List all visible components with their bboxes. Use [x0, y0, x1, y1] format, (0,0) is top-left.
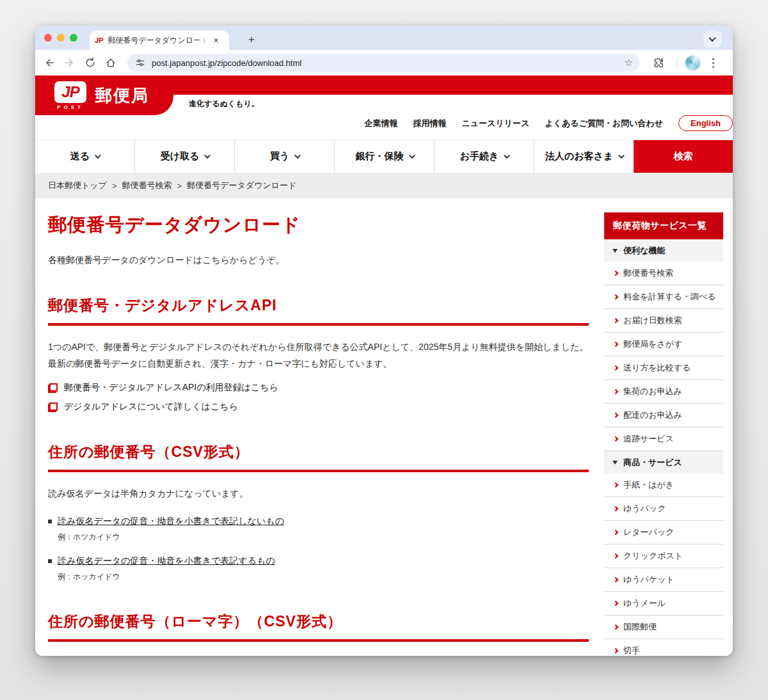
sidebar-item-letter-pack[interactable]: レターパック [604, 521, 723, 545]
sidebar-item-delivery-request[interactable]: 配達のお申込み [604, 404, 723, 427]
jp-logo-letters: JP [61, 83, 79, 101]
jp-favicon-icon: JP [95, 36, 103, 44]
chevron-right-icon [613, 413, 618, 418]
sidebar-item-calculate-fees[interactable]: 料金を計算する・調べる [604, 285, 723, 309]
sidebar-item-yu-mail[interactable]: ゆうメール [604, 592, 723, 616]
address-bar[interactable]: post.japanpost.jp/zipcode/download.html … [127, 54, 639, 72]
new-tab-button[interactable]: + [243, 31, 260, 48]
chevron-down-icon [504, 152, 510, 159]
breadcrumb-home[interactable]: 日本郵便トップ [48, 180, 107, 191]
sidebar-item-yu-packet[interactable]: ゆうパケット [604, 568, 723, 592]
nav-item-receive[interactable]: 受け取る [134, 140, 234, 173]
intro-text: 各種郵便番号データのダウンロードはこちらからどうぞ。 [48, 255, 589, 266]
brand-tagline: 進化するぬくもり。 [189, 99, 259, 109]
jp-logo-tile: JP [54, 81, 86, 103]
back-button[interactable] [39, 52, 60, 73]
sidebar-item-compare-shipping[interactable]: 送り方を比較する [604, 356, 723, 380]
nav-item-procedures[interactable]: お手続き [434, 140, 534, 173]
chevron-right-icon [613, 601, 618, 606]
close-window-button[interactable] [44, 34, 52, 42]
sidebar-section-useful-functions[interactable]: 便利な機能 [604, 239, 723, 262]
sidebar-item-letters-postcards[interactable]: 手紙・はがき [604, 473, 723, 497]
nav-item-buy[interactable]: 買う [234, 140, 334, 173]
sidebar-item-tracking-service[interactable]: 追跡サービス [604, 427, 723, 451]
api-registration-link[interactable]: 郵便番号・デジタルアドレスAPIの利用登録はこちら [48, 382, 589, 394]
toolbar-divider [676, 58, 677, 68]
browser-toolbar: post.japanpost.jp/zipcode/download.html … [35, 50, 733, 76]
bullet-square-icon [48, 520, 52, 523]
minimize-window-button[interactable] [57, 34, 65, 42]
nav-item-send[interactable]: 送る [35, 140, 134, 173]
japan-post-logo[interactable]: JP POST 郵便局 [35, 76, 173, 115]
csv-no-small-kana-link[interactable]: 読み仮名データの促音・拗音を小書きで表記しないもの [58, 516, 284, 527]
digital-address-info-link[interactable]: デジタルアドレスについて詳しくはこちら [48, 401, 589, 413]
main-navigation: 送る 受け取る 買う 銀行・保険 お手続き 法人のお客さま 検索 [35, 139, 733, 173]
reload-button[interactable] [80, 52, 100, 73]
list-item: 読み仮名データの促音・拗音を小書きで表記しないもの 例：ホツカイドウ [48, 516, 589, 543]
breadcrumb: 日本郵便トップ > 郵便番号検索 > 郵便番号データダウンロード [35, 173, 733, 198]
chevron-right-icon [613, 294, 618, 299]
breadcrumb-zipcode-search[interactable]: 郵便番号検索 [122, 180, 172, 191]
bookmark-star-icon[interactable]: ☆ [625, 57, 633, 68]
sidebar-item-stamps[interactable]: 切手 [604, 639, 723, 656]
sidebar-section-products-services[interactable]: 商品・サービス [604, 451, 723, 473]
sidebar-item-yu-pack[interactable]: ゆうパック [604, 497, 723, 521]
example-text: 例：ホッカイドウ [58, 571, 589, 582]
section-zipcode-roman-csv: 住所の郵便番号（ローマ字）（CSV形式） 読み仮名データはローマ字になっています… [48, 612, 589, 656]
chevron-down-icon [95, 152, 101, 159]
external-link-icon [48, 383, 58, 393]
sidebar-item-click-post[interactable]: クリックポスト [604, 545, 723, 568]
profile-avatar[interactable] [685, 55, 701, 71]
triangle-down-icon [612, 249, 618, 253]
chevron-right-icon [613, 271, 618, 276]
tab-strip: JP 郵便番号データダウンロード - 日 × + [35, 26, 733, 50]
chevron-down-icon [618, 152, 625, 159]
section-heading: 住所の郵便番号（CSV形式） [48, 442, 589, 462]
chevron-right-icon [613, 506, 618, 511]
site-settings-icon[interactable] [134, 52, 147, 73]
tab-close-icon[interactable]: × [213, 35, 218, 45]
url-text: post.japanpost.jp/zipcode/download.html [152, 58, 620, 68]
browser-menu-icon[interactable] [708, 58, 718, 68]
tab-search-button[interactable] [703, 31, 721, 47]
section-zipcode-csv: 住所の郵便番号（CSV形式） 読み仮名データは半角カタカナになっています。 読み… [48, 442, 589, 582]
fullscreen-window-button[interactable] [70, 34, 77, 42]
sidebar-item-delivery-days[interactable]: お届け日数検索 [604, 309, 723, 333]
bullet-square-icon [48, 559, 52, 563]
forward-button[interactable] [60, 52, 80, 73]
chevron-right-icon [613, 318, 618, 323]
nav-item-corporate-customers[interactable]: 法人のお客さま [534, 140, 634, 173]
utility-link-faq-contact[interactable]: よくあるご質問・お問い合わせ [545, 118, 663, 129]
site-header: JP POST 郵便局 進化するぬくもり。 企業情報 採用情報 ニュースリリース… [35, 76, 733, 139]
chevron-right-icon [613, 577, 618, 582]
jp-logo-lockup: JP POST [54, 81, 86, 110]
utility-link-news[interactable]: ニュースリリース [461, 118, 529, 129]
sidebar-item-pickup-request[interactable]: 集荷のお申込み [604, 380, 723, 404]
browser-tab[interactable]: JP 郵便番号データダウンロード - 日 × [90, 31, 229, 50]
chevron-down-icon [294, 152, 301, 159]
home-button[interactable] [100, 52, 121, 73]
nav-item-bank-insurance[interactable]: 銀行・保険 [334, 140, 434, 173]
extensions-icon[interactable] [648, 52, 669, 73]
section-body-line: 最新の郵便番号データに自動更新され、漢字・カナ・ローマ字にも対応しています。 [48, 355, 589, 372]
list-item: 読み仮名データの促音・拗音を小書きで表記するもの 例：ホッカイドウ [48, 555, 589, 582]
sidebar-item-international-mail[interactable]: 国際郵便 [604, 616, 723, 639]
chevron-right-icon [613, 482, 618, 488]
utility-link-recruit[interactable]: 採用情報 [413, 118, 446, 129]
jp-logo-post-text: POST [57, 104, 84, 110]
english-button[interactable]: English [678, 115, 733, 131]
nav-item-search[interactable]: 検索 [634, 140, 733, 173]
section-body-line: 読み仮名データはローマ字になっています。 [48, 655, 589, 656]
desktop-background: JP 郵便番号データダウンロード - 日 × + [0, 0, 768, 700]
chevron-right-icon [613, 553, 618, 559]
chevron-down-icon [408, 152, 415, 159]
csv-small-kana-link[interactable]: 読み仮名データの促音・拗音を小書きで表記するもの [58, 555, 275, 567]
sidebar-item-find-post-office[interactable]: 郵便局をさがす [604, 333, 723, 356]
section-heading: 郵便番号・デジタルアドレスAPI [48, 296, 589, 315]
main-content: 郵便番号データダウンロード 各種郵便番号データのダウンロードはこちらからどうぞ。… [48, 212, 589, 656]
utility-link-corporate[interactable]: 企業情報 [364, 118, 397, 129]
chevron-down-icon [204, 152, 211, 159]
utility-nav: 企業情報 採用情報 ニュースリリース よくあるご質問・お問い合わせ Englis… [364, 115, 733, 131]
sidebar-item-zipcode-search[interactable]: 郵便番号検索 [604, 262, 723, 285]
external-link-icon [48, 402, 58, 412]
